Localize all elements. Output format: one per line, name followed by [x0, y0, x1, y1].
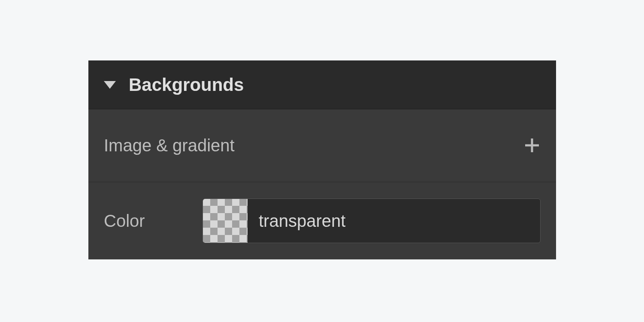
add-image-gradient-button[interactable] [523, 134, 541, 158]
image-gradient-row: Image & gradient [88, 109, 556, 182]
color-input-wrap [203, 199, 541, 243]
section-title: Backgrounds [129, 75, 244, 95]
section-header[interactable]: Backgrounds [88, 60, 556, 109]
color-value-input[interactable] [248, 199, 540, 243]
color-row: Color [88, 182, 556, 259]
backgrounds-panel: Backgrounds Image & gradient Color [88, 60, 556, 259]
image-gradient-label: Image & gradient [104, 136, 235, 155]
color-label: Color [104, 211, 172, 231]
color-swatch-icon[interactable] [203, 199, 248, 243]
chevron-down-icon [104, 81, 116, 89]
